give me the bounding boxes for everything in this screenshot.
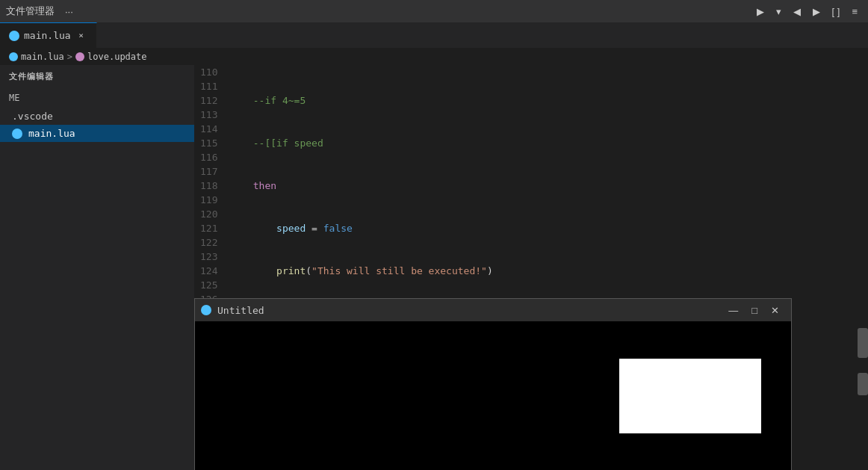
sidebar-file-icon <box>12 129 22 139</box>
breadcrumb-file[interactable]: main.lua <box>21 52 64 62</box>
breadcrumb-icon <box>9 52 18 61</box>
floating-window-title: Untitled <box>217 305 716 316</box>
breadcrumb-func-icon <box>75 52 84 61</box>
code-line-111: --[[if speed <box>229 136 865 150</box>
more-options-button[interactable]: ≡ <box>847 4 862 19</box>
run-dropdown-button[interactable]: ▾ <box>772 4 786 19</box>
title-more-button[interactable]: ··· <box>61 4 78 19</box>
sidebar-section-me: ME <box>0 88 194 108</box>
code-line-112: then <box>229 179 865 193</box>
sidebar-item-main-lua[interactable]: main.lua <box>0 125 194 142</box>
code-line-110: --if 4~=5 <box>229 93 865 108</box>
line-num-125: 125 <box>200 278 217 292</box>
sidebar-header: 文件编辑器 <box>0 65 194 88</box>
floating-controls: — □ ✕ <box>722 303 785 318</box>
floating-close-button[interactable]: ✕ <box>765 303 785 318</box>
title-bar-left: 文件管理器 ··· <box>6 4 78 19</box>
forward-button[interactable]: ▶ <box>808 4 825 19</box>
line-num-118: 118 <box>200 179 217 193</box>
line-num-110: 110 <box>200 65 217 79</box>
tab-file-icon <box>9 31 19 41</box>
line-num-119: 119 <box>200 193 217 207</box>
floating-maximize-button[interactable]: □ <box>745 303 763 318</box>
tab-main-lua[interactable]: main.lua × <box>0 22 97 48</box>
sidebar-section-label: ME <box>9 93 19 103</box>
floating-titlebar: Untitled — □ ✕ <box>195 299 791 321</box>
floating-window-icon <box>201 305 211 315</box>
code-line-114: print("This will still be executed!") <box>229 264 865 278</box>
sidebar-item-vscode-label: .vscode <box>12 111 53 122</box>
editor-area: 110 111 112 113 114 115 116 117 118 119 … <box>194 65 868 470</box>
breadcrumb-function: love.update <box>87 52 146 62</box>
tab-label: main.lua <box>24 30 71 41</box>
split-button[interactable]: [ ] <box>828 4 845 19</box>
sidebar-item-main-lua-label: main.lua <box>28 128 75 139</box>
line-num-113: 113 <box>200 108 217 122</box>
overlay-scrollbar-thumb2[interactable] <box>858 373 868 395</box>
sidebar: 文件编辑器 ME .vscode main.lua <box>0 65 194 470</box>
title-bar: 文件管理器 ··· ▶ ▾ ◀ ▶ [ ] ≡ <box>0 0 868 22</box>
title-bar-right: ▶ ▾ ◀ ▶ [ ] ≡ <box>752 4 862 19</box>
code-line-113: speed = false <box>229 221 865 235</box>
back-button[interactable]: ◀ <box>789 4 805 19</box>
run-button[interactable]: ▶ <box>752 4 769 19</box>
line-num-114: 114 <box>200 122 217 136</box>
line-num-123: 123 <box>200 250 217 264</box>
line-num-117: 117 <box>200 164 217 179</box>
tab-bar: main.lua × <box>0 22 868 49</box>
floating-content <box>195 321 791 470</box>
line-num-115: 115 <box>200 136 217 150</box>
floating-window: Untitled — □ ✕ <box>194 298 792 470</box>
overlay-scrollbar-thumb[interactable] <box>858 328 868 358</box>
breadcrumb: main.lua > love.update <box>0 49 868 65</box>
sidebar-item-vscode[interactable]: .vscode <box>0 108 194 125</box>
line-num-121: 121 <box>200 221 217 235</box>
main-area: 文件编辑器 ME .vscode main.lua 110 111 112 11… <box>0 65 868 470</box>
overlay-scrollbar[interactable] <box>858 298 868 470</box>
tab-close-button[interactable]: × <box>75 30 87 42</box>
line-num-120: 120 <box>200 207 217 221</box>
line-num-112: 112 <box>200 93 217 108</box>
title-bar-title: 文件管理器 <box>6 4 55 18</box>
line-num-116: 116 <box>200 150 217 164</box>
line-num-124: 124 <box>200 264 217 278</box>
floating-minimize-button[interactable]: — <box>722 303 744 318</box>
breadcrumb-separator: > <box>67 52 72 62</box>
floating-white-rect <box>619 359 761 433</box>
line-num-111: 111 <box>200 79 217 93</box>
line-num-122: 122 <box>200 235 217 250</box>
